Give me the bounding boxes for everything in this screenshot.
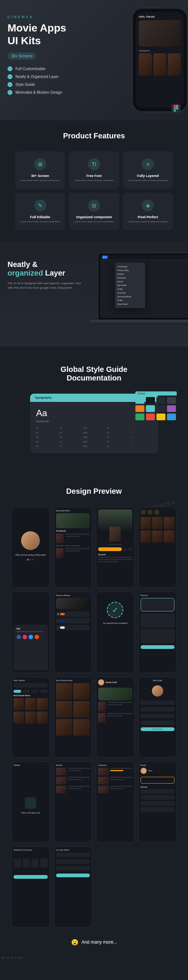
feature-card: ⊟Organized componentLorem ipsum dolor si…: [69, 193, 119, 230]
screen-signup: Let's get started: [54, 846, 93, 927]
color-swatch: [167, 397, 176, 404]
layer-description: The UI kit is designed with well layered…: [8, 281, 83, 290]
feature-card: ⊞30+ ScreenLorem ipsum dolor sit amet co…: [15, 151, 65, 189]
wow-emoji-icon: 😮: [71, 939, 79, 946]
layer-menu-item: Privacy Policy: [117, 269, 143, 272]
font-name: Montserrat: [36, 420, 152, 423]
many-more-label: 😮 And many more...: [8, 939, 180, 946]
feature-card: ◈Pixel PerfectLorem ipsum dolor sit amet…: [123, 193, 173, 230]
feature-title: Pixel Perfect: [127, 215, 169, 219]
preview-heading: Design Preview: [8, 487, 180, 496]
feature-card: ≡Fully LayeredLorem ipsum dolor sit amet…: [123, 151, 173, 189]
feature-title: Free Font: [72, 174, 115, 178]
check-icon: ✓: [8, 90, 13, 95]
phone-movie-cards: [139, 53, 181, 76]
screen-profile: Randie Smith: [96, 677, 135, 758]
screen-cast: [138, 507, 177, 588]
check-icon: ✓: [8, 74, 13, 79]
screen-upcoming: Upcoming Movie The Batman Watch: Action …: [54, 507, 93, 588]
color-swatch: [146, 405, 155, 412]
screen-popular: Most Popular Movie: [54, 677, 93, 758]
figma-icon: [172, 104, 180, 113]
hero-section: CINEMAX Movie Apps UI Kits 30+ Screens ✓…: [0, 0, 188, 120]
layer-menu-item: Search: [117, 280, 143, 283]
phone-category-label: Categories: [139, 49, 181, 52]
empty-box-icon: [25, 797, 36, 809]
screen-payment: Payment Method: [54, 592, 93, 673]
check-icon: ✓: [8, 66, 13, 71]
layer-menu: OnboardingPrivacy PolicyWishlistDownload…: [115, 262, 145, 308]
screen-onboarding: Offers ad-free viewing of high quality: [11, 507, 50, 588]
features-section: Product Features ⊞30+ ScreenLorem ipsum …: [0, 120, 188, 242]
svg-point-4: [174, 110, 176, 112]
color-swatch: [167, 405, 176, 412]
color-swatch: [146, 414, 155, 420]
screen-edit-profile: Edit Profile Save Changes: [138, 677, 177, 758]
layer-section: Neatly & organized Layer The UI kit is d…: [0, 242, 188, 347]
color-swatch: [167, 414, 176, 420]
svg-point-1: [176, 105, 178, 107]
feature-title: Full Editable: [19, 215, 61, 219]
screen-settings: Profile Tiffany Account: [138, 761, 177, 842]
svg-point-0: [174, 105, 176, 107]
svg-point-2: [174, 107, 176, 110]
screen-share: Poll Tell friends about your movie and s…: [11, 592, 50, 673]
feature-icon: ⊞: [34, 158, 46, 170]
feature-icon: ◈: [142, 199, 154, 212]
features-grid: ⊞30+ ScreenLorem ipsum dolor sit amet co…: [15, 151, 173, 230]
feature-desc: Lorem ipsum dolor sit amet consectetur: [72, 220, 115, 223]
feature-title: Organized component: [72, 215, 115, 219]
feature-desc: Lorem ipsum dolor sit amet consectetur: [19, 179, 61, 182]
color-swatch: [156, 414, 166, 420]
screens-badge: 30+ Screens: [8, 52, 36, 60]
layer-menu-item: Wishlist: [117, 272, 143, 276]
feature-desc: Lorem ipsum dolor sit amet consectetur: [72, 179, 115, 182]
phone-hero-banner: [139, 20, 181, 46]
screen-movie-detail: Synopsis: [96, 507, 135, 588]
color-swatch: [156, 397, 166, 404]
feature-card: TtFree FontLorem ipsum dolor sit amet co…: [69, 151, 119, 189]
feature-desc: Lorem ipsum dolor sit amet consectetur: [19, 220, 61, 223]
screen-payment-success: ✓ Your payment has completed!: [96, 592, 135, 673]
screen-download: Download: [96, 761, 135, 842]
layer-menu-item: Profile: [117, 298, 143, 302]
feature-icon: Tt: [88, 158, 100, 170]
feature-card: ✎Full EditableLorem ipsum dolor sit amet…: [15, 193, 65, 230]
screen-verify: Verifying Your Account: [11, 846, 50, 927]
feature-icon: ⊟: [88, 199, 100, 212]
color-swatch: [135, 405, 145, 412]
layer-menu-item: Onboarding: [117, 265, 143, 269]
color-swatch: [135, 414, 145, 420]
layer-menu-item: Upcoming Movie: [117, 295, 143, 298]
phone-greeting: Hello, Randie: [139, 15, 181, 18]
feature-title: 30+ Screen: [19, 174, 61, 178]
features-heading: Product Features: [8, 132, 180, 140]
screen-home: Hello, Randie Most Popular Movie: [11, 677, 50, 758]
color-swatch: [135, 397, 145, 404]
preview-grid: Offers ad-free viewing of high quality U…: [11, 507, 177, 928]
success-check-icon: ✓: [107, 602, 123, 618]
feature-title: Fully Layered: [127, 174, 169, 178]
feature-icon: ≡: [142, 158, 154, 170]
color-swatch: [146, 397, 155, 404]
layer-menu-item: Profile: [117, 287, 143, 291]
screen-wishlist-empty: Wishlist There Is No Movie Yet!: [11, 761, 50, 842]
phone-mockup: Hello, Randie Categories: [121, 8, 188, 113]
layer-menu-item: Download: [117, 276, 143, 280]
color-swatch: [156, 405, 166, 412]
feature-desc: Lorem ipsum dolor sit amet consectetur: [127, 220, 169, 223]
font-sample: Aa: [36, 408, 152, 418]
layer-menu-item: Movie Detail: [117, 302, 143, 306]
preview-section: Design Preview GFXTRA GFXTRA GFXTRA GFXT…: [0, 472, 188, 961]
feature-desc: Lorem ipsum dolor sit amet consectetur: [127, 179, 169, 182]
screen-premium: Premium: [138, 592, 177, 673]
check-icon: ✓: [8, 82, 13, 87]
screen-wishlist: Wishlist: [54, 761, 93, 842]
color-swatches: Colors: [135, 391, 177, 422]
svg-point-3: [176, 107, 178, 110]
footer-watermark: gfxtra.com: [2, 956, 23, 959]
laptop-mockup: OnboardingPrivacy PolicyWishlistDownload…: [98, 253, 188, 328]
feature-icon: ✎: [34, 199, 46, 212]
style-guide-section: Global Style Guide Documentation Typogra…: [0, 347, 188, 472]
layer-menu-item: Edit Profile: [117, 283, 143, 287]
